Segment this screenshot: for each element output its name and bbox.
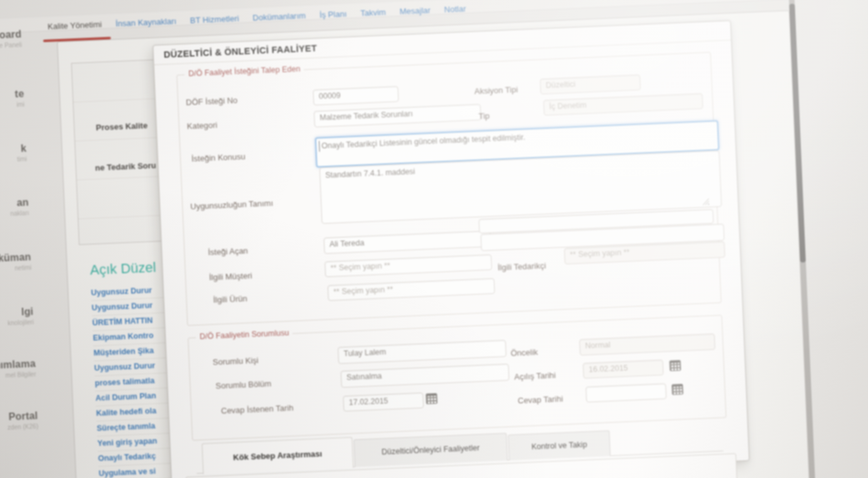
istegi-acan-label: İsteği Açan [208, 246, 248, 258]
nav-tab-notlar[interactable]: Notlar [444, 4, 466, 14]
tip-input[interactable]: İç Denetim [544, 93, 704, 116]
open-actions-list: Açık Düzel Uygunsuz Durur Uygunsuz Durur… [90, 259, 175, 478]
acilis-tarihi-input[interactable]: 16.02.2015 [582, 359, 663, 378]
cevap-istenen-tarih-input[interactable]: 17.02.2015 [343, 393, 424, 411]
calendar-icon[interactable] [426, 393, 437, 405]
sidebar-item-dokuman[interactable]: kümannetimi [0, 251, 31, 274]
uygunsuzlugun-tanimi-label: Uygunsuzluğun Tanımı [190, 198, 274, 212]
sidebar-item-dashboard[interactable]: boardge Paneli [0, 29, 22, 52]
nav-tab-is-plani[interactable]: İş Planı [319, 9, 347, 19]
sidebar-item-subtitle: netimi [0, 264, 31, 274]
sorumlu-kisi-label: Sorumlu Kişi [213, 356, 259, 367]
list-heading: Açık Düzel [90, 259, 166, 278]
oncelik-input[interactable]: Normal [579, 334, 715, 356]
duzeltici-onleyici-faaliyet-dialog: DÜZELTİCİ & ÖNLEYİCİ FAALİYET D/Ö Faaliy… [153, 20, 749, 478]
tip-label: Tip [478, 111, 490, 122]
aksiyon-tipi-input[interactable]: Düzeltici [540, 75, 641, 95]
photographed-screen: boardge Paneli teimi ktimi annakları küm… [0, 0, 868, 478]
cevap-istenen-tarih-label: Cevap İstenen Tarih [221, 403, 294, 416]
sidebar-item-subtitle: ge Paneli [0, 41, 22, 52]
kategori-input[interactable]: Malzeme Tedarik Sorunları [314, 104, 481, 127]
sidebar-item-subtitle: imi [0, 101, 24, 111]
calendar-icon[interactable] [669, 360, 681, 371]
nav-tab-mesajlar[interactable]: Mesajlar [399, 6, 431, 16]
sidebar-item-subtitle: timi [0, 155, 27, 165]
responsible-legend: D/Ö Faaliyetin Sorumlusu [196, 329, 293, 342]
ilgili-musteri-select[interactable]: ** Seçim yapın ** [324, 254, 492, 277]
dof-istegi-no-input[interactable]: 00009 [313, 86, 399, 106]
responsible-fieldset: D/Ö Faaliyetin Sorumlusu Sorumlu Kişi Tu… [188, 315, 726, 440]
grid-row[interactable]: ne Tedarik Soru [95, 161, 156, 173]
tab-kontrol-ve-takip[interactable]: Kontrol ve Takip [508, 430, 611, 460]
tab-duzeltici-onleyici-faaliyetler[interactable]: Düzeltici/Önleyici Faaliyetler [353, 433, 508, 467]
istegin-konusu-label: İsteğin Konusu [191, 152, 246, 165]
grid-row[interactable]: Proses Kalite [95, 121, 147, 133]
ilgili-urun-label: İlgili Ürün [213, 294, 247, 305]
ilgili-tedarikci-label: İlgili Tedarikçi [498, 261, 547, 273]
sorumlu-kisi-input[interactable]: Tulay Lalem [338, 340, 506, 364]
istegi-acan-input[interactable]: Ali Tereda [324, 231, 491, 254]
nav-tab-takvim[interactable]: Takvim [360, 8, 386, 18]
sidebar-item-subtitle: zden (K26) [0, 423, 38, 433]
sidebar-item-tanimlama[interactable]: anımlamamel Bilgiler [0, 358, 36, 381]
sidebar-item-kalite[interactable]: teimi [0, 89, 24, 111]
cevap-tarihi-label: Cevap Tarihi [518, 394, 564, 406]
ilgili-urun-select[interactable]: ** Seçim yapın ** [328, 278, 495, 301]
sorumlu-bolum-input[interactable]: Satınalma [341, 364, 510, 388]
sidebar-item-k[interactable]: ktimi [0, 143, 27, 165]
requester-fieldset: D/Ö Faaliyet İsteğini Talep Eden DÖF İst… [176, 52, 721, 326]
sidebar-item-subtitle: mel Bilgiler [0, 371, 36, 381]
ilgili-musteri-label: İlgili Müşteri [209, 271, 252, 283]
oncelik-label: Öncelik [510, 347, 538, 359]
acilis-tarihi-label: Açılış Tarihi [514, 371, 556, 383]
requester-legend: D/Ö Faaliyet İsteğini Talep Eden [185, 64, 304, 78]
dof-istegi-no-label: DÖF İsteği No [186, 95, 238, 108]
sidebar-item-portal[interactable]: Portalzden (K26) [0, 410, 38, 433]
kategori-label: Kategori [186, 120, 217, 131]
sidebar-item-insan[interactable]: annakları [0, 197, 29, 219]
sidebar-item-subtitle: knolojileri [0, 318, 34, 329]
calendar-icon[interactable] [672, 384, 683, 395]
sorumlu-bolum-label: Sorumlu Bölüm [215, 379, 271, 391]
tab-kok-sebep-arastirmasi[interactable]: Kök Sebep Araştırması [201, 437, 353, 474]
cevap-tarihi-input[interactable] [586, 383, 667, 402]
sidebar-item-subtitle: nakları [0, 209, 29, 219]
aksiyon-tipi-label: Aksiyon Tipi [474, 85, 518, 97]
sidebar-item-bilgi[interactable]: lgiknolojileri [0, 306, 34, 329]
